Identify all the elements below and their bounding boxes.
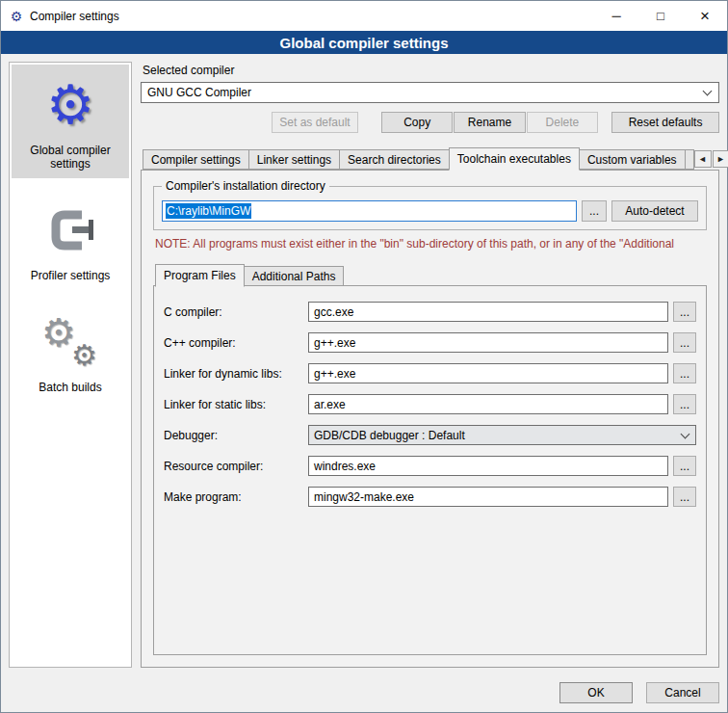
field-row-cpp-compiler: C++ compiler: g++.exe ... xyxy=(164,332,696,353)
make-program-input[interactable]: mingw32-make.exe xyxy=(308,487,668,507)
window-controls: ─ □ × xyxy=(594,1,727,31)
page-title: Global compiler settings xyxy=(279,35,448,51)
select-value: GDB/CDB debugger : Default xyxy=(314,429,676,442)
installation-directory-value: C:\raylib\MinGW xyxy=(166,203,251,219)
page-title-banner: Global compiler settings xyxy=(1,31,727,54)
auto-detect-button[interactable]: Auto-detect xyxy=(611,200,698,222)
input-value: mingw32-make.exe xyxy=(314,490,414,504)
main-panel: Selected compiler GNU GCC Compiler Set a… xyxy=(141,62,719,668)
subtab-additional-paths[interactable]: Additional Paths xyxy=(244,266,345,286)
debugger-select[interactable]: GDB/CDB debugger : Default xyxy=(308,425,696,445)
sidebar-item-profiler-settings[interactable]: Profiler settings xyxy=(12,190,129,290)
clamp-icon xyxy=(39,199,101,261)
tab-scroll-right-button[interactable]: ► xyxy=(713,150,728,168)
field-row-debugger: Debugger: GDB/CDB debugger : Default xyxy=(164,425,696,445)
field-label: C++ compiler: xyxy=(164,336,308,350)
field-label: C compiler: xyxy=(164,305,308,319)
browse-resource-compiler-button[interactable]: ... xyxy=(673,456,696,476)
input-value: gcc.exe xyxy=(314,305,353,319)
browse-cpp-compiler-button[interactable]: ... xyxy=(673,332,696,353)
installation-directory-input[interactable]: C:\raylib\MinGW xyxy=(162,200,577,222)
cpp-compiler-input[interactable]: g++.exe xyxy=(308,332,668,353)
selected-compiler-combobox[interactable]: GNU GCC Compiler xyxy=(141,82,719,103)
gray-gears-icon: ⚙ ⚙ xyxy=(39,311,101,373)
field-label: Debugger: xyxy=(164,429,308,442)
app-icon: ⚙ xyxy=(9,9,24,24)
installation-directory-group-title: Compiler's installation directory xyxy=(162,179,329,193)
titlebar: ⚙ Compiler settings ─ □ × xyxy=(1,1,727,31)
reset-defaults-button[interactable]: Reset defaults xyxy=(611,112,719,133)
browse-make-program-button[interactable]: ... xyxy=(673,487,696,507)
field-row-make-program: Make program: mingw32-make.exe ... xyxy=(164,487,696,507)
installation-directory-row: C:\raylib\MinGW ... Auto-detect xyxy=(162,200,698,222)
c-compiler-input[interactable]: gcc.exe xyxy=(308,302,668,322)
browse-directory-button[interactable]: ... xyxy=(582,200,607,222)
tab-toolchain-executables[interactable]: Toolchain executables xyxy=(449,147,580,171)
sidebar-item-label: Batch builds xyxy=(39,381,101,394)
tab-custom-variables[interactable]: Custom variables xyxy=(579,149,686,170)
settings-tabstrip: Compiler settings Linker settings Search… xyxy=(141,147,719,170)
sidebar-item-label: Global compiler settings xyxy=(15,144,125,171)
tab-scroll-buttons: ◄ ► xyxy=(693,150,728,168)
subtab-program-files[interactable]: Program Files xyxy=(155,264,245,287)
window-title: Compiler settings xyxy=(30,10,119,23)
field-row-static-linker: Linker for static libs: ar.exe ... xyxy=(164,394,696,414)
field-label: Linker for dynamic libs: xyxy=(164,367,308,381)
selected-compiler-label: Selected compiler xyxy=(143,64,719,77)
tab-search-directories[interactable]: Search directories xyxy=(339,149,450,170)
field-label: Linker for static libs: xyxy=(164,398,308,411)
toolchain-executables-panel: Compiler's installation directory C:\ray… xyxy=(141,170,719,668)
blue-gear-icon: ⚙ xyxy=(39,74,101,136)
field-row-dynamic-linker: Linker for dynamic libs: g++.exe ... xyxy=(164,363,696,383)
copy-button[interactable]: Copy xyxy=(381,112,453,133)
sidebar-item-label: Profiler settings xyxy=(31,269,111,282)
input-value: g++.exe xyxy=(314,336,355,350)
static-libs-linker-input[interactable]: ar.exe xyxy=(308,394,668,414)
installation-directory-group: Compiler's installation directory C:\ray… xyxy=(153,186,707,230)
input-value: windres.exe xyxy=(314,460,376,473)
bin-subdirectory-note: NOTE: All programs must exist either in … xyxy=(155,237,707,251)
rename-button[interactable]: Rename xyxy=(454,112,525,133)
browse-dynamic-linker-button[interactable]: ... xyxy=(673,363,696,383)
delete-button[interactable]: Delete xyxy=(527,112,598,133)
dynamic-libs-linker-input[interactable]: g++.exe xyxy=(308,363,668,383)
browse-static-linker-button[interactable]: ... xyxy=(673,394,696,414)
sidebar-item-batch-builds[interactable]: ⚙ ⚙ Batch builds xyxy=(12,302,129,402)
ok-button[interactable]: OK xyxy=(559,682,633,703)
resource-compiler-input[interactable]: windres.exe xyxy=(308,456,668,476)
chevron-down-icon xyxy=(681,429,690,438)
browse-c-compiler-button[interactable]: ... xyxy=(673,302,696,322)
minimize-button[interactable]: ─ xyxy=(594,1,638,31)
settings-category-list: ⚙ Global compiler settings Profiler sett… xyxy=(9,62,132,668)
selected-compiler-value: GNU GCC Compiler xyxy=(147,86,698,99)
field-label: Make program: xyxy=(164,490,308,504)
close-button[interactable]: × xyxy=(683,1,727,31)
tab-compiler-settings[interactable]: Compiler settings xyxy=(143,149,249,170)
tab-linker-settings[interactable]: Linker settings xyxy=(248,149,340,170)
set-as-default-button[interactable]: Set as default xyxy=(272,112,358,133)
chevron-down-icon xyxy=(703,87,713,96)
field-row-resource-compiler: Resource compiler: windres.exe ... xyxy=(164,456,696,476)
compiler-buttons-row: Set as default Copy Rename Delete Reset … xyxy=(141,112,719,133)
program-files-panel: C compiler: gcc.exe ... C++ compiler: g+… xyxy=(153,285,707,655)
maximize-button[interactable]: □ xyxy=(638,1,683,31)
field-row-c-compiler: C compiler: gcc.exe ... xyxy=(164,302,696,322)
dialog-footer: OK Cancel xyxy=(1,675,727,712)
input-value: ar.exe xyxy=(314,398,346,411)
sidebar-item-global-compiler-settings[interactable]: ⚙ Global compiler settings xyxy=(12,65,129,178)
tab-scroll-left-button[interactable]: ◄ xyxy=(694,150,712,168)
cancel-button[interactable]: Cancel xyxy=(646,682,719,703)
field-label: Resource compiler: xyxy=(164,460,308,473)
program-files-tabstrip: Program Files Additional Paths xyxy=(153,264,707,286)
compiler-settings-dialog: ⚙ Compiler settings ─ □ × Global compile… xyxy=(0,0,728,713)
dialog-content: ⚙ Global compiler settings Profiler sett… xyxy=(1,54,727,675)
input-value: g++.exe xyxy=(314,367,355,381)
